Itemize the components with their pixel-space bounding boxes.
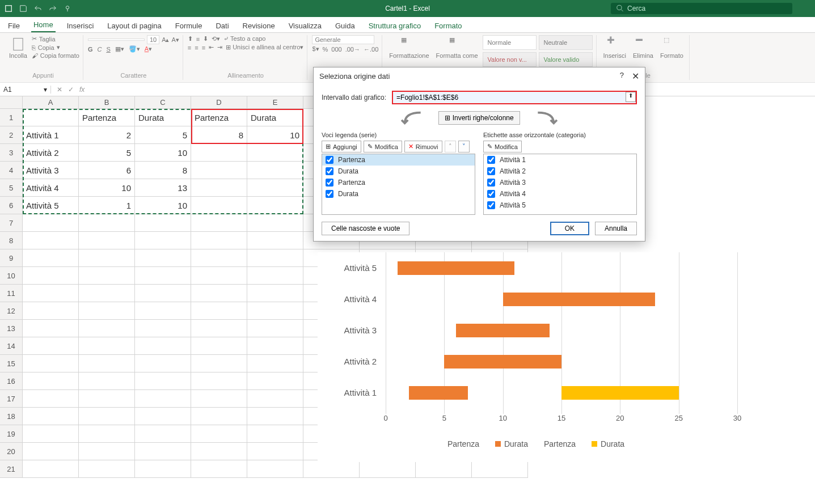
- cell[interactable]: [247, 443, 303, 460]
- chart-bar[interactable]: [456, 324, 550, 337]
- cell[interactable]: [23, 337, 79, 355]
- cell[interactable]: Attività 3: [23, 162, 79, 179]
- select-all-corner[interactable]: [0, 96, 23, 109]
- cell[interactable]: 8: [191, 126, 247, 144]
- cell[interactable]: [23, 302, 79, 320]
- cell[interactable]: [191, 249, 247, 267]
- cell[interactable]: [247, 408, 303, 425]
- cell[interactable]: [135, 355, 191, 372]
- cell[interactable]: [135, 214, 191, 232]
- cell[interactable]: [79, 460, 135, 478]
- cell[interactable]: [247, 460, 303, 478]
- cell[interactable]: [472, 460, 528, 478]
- cell[interactable]: [79, 249, 135, 267]
- cell[interactable]: [79, 425, 135, 443]
- underline-button[interactable]: S: [106, 46, 110, 53]
- autosave-icon[interactable]: [5, 5, 12, 12]
- cell[interactable]: [135, 408, 191, 425]
- style-not-valid[interactable]: Valore non v...: [483, 52, 537, 67]
- cell[interactable]: [23, 285, 79, 302]
- cell[interactable]: [135, 443, 191, 460]
- cell[interactable]: [135, 267, 191, 285]
- list-item[interactable]: Attività 5: [484, 200, 636, 211]
- row-header[interactable]: 12: [0, 302, 23, 320]
- cell[interactable]: [135, 337, 191, 355]
- cell[interactable]: [23, 372, 79, 390]
- cell[interactable]: [135, 302, 191, 320]
- column-header[interactable]: E: [247, 96, 303, 109]
- cell[interactable]: Partenza: [79, 109, 135, 126]
- format-painter-button[interactable]: 🖌 Copia formato: [32, 52, 79, 59]
- cell[interactable]: [247, 320, 303, 337]
- cell[interactable]: [191, 179, 247, 197]
- switch-row-column-button[interactable]: ⊞ Inverti righe/colonne: [438, 111, 520, 125]
- cell[interactable]: 10: [79, 179, 135, 197]
- align-center-icon[interactable]: ≡: [195, 44, 198, 51]
- percent-icon[interactable]: %: [323, 46, 328, 53]
- collapse-dialog-icon[interactable]: ⬆: [626, 92, 636, 102]
- cell[interactable]: 6: [79, 162, 135, 179]
- cut-button[interactable]: ✂ Taglia: [32, 35, 79, 43]
- chart-bar[interactable]: [444, 355, 561, 369]
- cell[interactable]: [79, 443, 135, 460]
- shrink-font-icon[interactable]: A▾: [171, 36, 179, 44]
- category-checkbox[interactable]: [487, 201, 495, 209]
- close-icon[interactable]: ✕: [632, 71, 639, 82]
- cell[interactable]: [135, 232, 191, 249]
- tab-layout[interactable]: Layout di pagina: [105, 19, 163, 32]
- grow-font-icon[interactable]: A▴: [162, 36, 169, 44]
- tab-formulas[interactable]: Formule: [173, 19, 205, 32]
- increase-decimal-icon[interactable]: .00→: [345, 46, 360, 53]
- format-table-button[interactable]: ▦Formatta come: [434, 35, 480, 67]
- number-format-field[interactable]: Generale: [312, 35, 374, 44]
- cell[interactable]: [135, 285, 191, 302]
- cell[interactable]: 10: [247, 126, 303, 144]
- cell[interactable]: [79, 320, 135, 337]
- list-item[interactable]: Durata: [322, 188, 475, 200]
- series-checkbox[interactable]: [326, 156, 333, 164]
- row-header[interactable]: 10: [0, 267, 23, 285]
- legend-item[interactable]: Durata: [495, 439, 528, 448]
- cell[interactable]: [23, 267, 79, 285]
- cell[interactable]: [135, 460, 191, 478]
- cell[interactable]: [247, 267, 303, 285]
- bold-button[interactable]: G: [88, 46, 93, 53]
- remove-series-button[interactable]: ✕ Rimuovi: [404, 141, 442, 153]
- row-header[interactable]: 7: [0, 214, 23, 232]
- cell[interactable]: [135, 390, 191, 408]
- tab-data[interactable]: Dati: [213, 19, 231, 32]
- help-icon[interactable]: ?: [620, 71, 624, 82]
- cell[interactable]: [191, 425, 247, 443]
- cell[interactable]: [191, 390, 247, 408]
- delete-cells-button[interactable]: ➖Elimina: [631, 35, 656, 60]
- list-item[interactable]: Attività 3: [484, 177, 636, 188]
- search-input[interactable]: [627, 5, 787, 12]
- cell[interactable]: [79, 232, 135, 249]
- borders-button[interactable]: ▦▾: [115, 45, 124, 53]
- chart-bar[interactable]: [561, 386, 679, 400]
- cell[interactable]: [79, 302, 135, 320]
- add-series-button[interactable]: ⊞ Aggiungi: [322, 141, 361, 153]
- row-header[interactable]: 20: [0, 443, 23, 460]
- list-item[interactable]: Partenza: [322, 154, 475, 166]
- tab-file[interactable]: File: [6, 19, 22, 32]
- format-cells-button[interactable]: ⬚Formato: [658, 35, 686, 60]
- style-normal[interactable]: Normale: [483, 35, 537, 50]
- gantt-chart[interactable]: Attività 5Attività 4Attività 3Attività 2…: [318, 252, 754, 462]
- tab-insert[interactable]: Inserisci: [65, 19, 96, 32]
- conditional-format-button[interactable]: ▦Formattazione: [387, 35, 431, 67]
- search-box[interactable]: [611, 3, 792, 14]
- column-header[interactable]: D: [191, 96, 247, 109]
- cell[interactable]: [191, 144, 247, 162]
- cell[interactable]: [79, 372, 135, 390]
- cell[interactable]: [191, 372, 247, 390]
- undo-icon[interactable]: [34, 5, 42, 12]
- touch-icon[interactable]: [64, 5, 71, 12]
- copy-button[interactable]: ⎘ Copia ▾: [32, 44, 79, 51]
- cancel-button[interactable]: Annulla: [595, 222, 637, 235]
- row-header[interactable]: 15: [0, 355, 23, 372]
- row-header[interactable]: 11: [0, 285, 23, 302]
- column-header[interactable]: A: [23, 96, 79, 109]
- list-item[interactable]: Attività 1: [484, 154, 636, 166]
- cancel-formula-icon[interactable]: ✕: [57, 86, 62, 94]
